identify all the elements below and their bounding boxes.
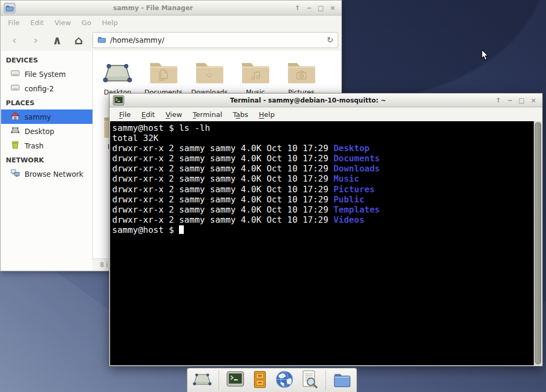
terminal-line: drwxr-xr-x 2 sammy sammy 4.0K Oct 10 17:…: [112, 205, 534, 215]
fm-menu-edit[interactable]: Edit: [25, 17, 49, 28]
terminal-maximize-button[interactable]: □: [518, 96, 526, 105]
terminal-menu-tabs[interactable]: Tabs: [228, 109, 254, 120]
file-manager-toolbar: ‹›∧⌂ /home/sammy/ ↻: [1, 29, 341, 51]
up-button[interactable]: ∧: [46, 32, 68, 48]
terminal-line: drwxr-xr-x 2 sammy sammy 4.0K Oct 10 17:…: [112, 215, 534, 225]
sidebar-item-label: File System: [25, 70, 66, 79]
scrollbar-thumb[interactable]: [535, 122, 541, 364]
trash-icon: [11, 140, 20, 151]
dock-panel: [187, 368, 357, 392]
terminal-text: drwxr-xr-x 2 sammy sammy 4.0K Oct 10 17:…: [112, 184, 333, 194]
sidebar-item-desktop[interactable]: Desktop: [1, 124, 92, 138]
drive-icon: [11, 69, 20, 79]
terminal-directory-name: Public: [333, 194, 364, 205]
terminal-shade-button[interactable]: ↑: [494, 96, 502, 105]
terminal-menu-view[interactable]: View: [160, 109, 188, 120]
sidebar-item-label: Desktop: [25, 127, 54, 136]
file-manager-menubar: FileEditViewGoHelp: [1, 15, 341, 29]
terminal-menu-edit[interactable]: Edit: [136, 109, 160, 120]
dock-launcher-file-manager-icon[interactable]: [332, 371, 352, 390]
dock-separator: [219, 370, 219, 390]
dock-launcher-terminal-icon[interactable]: [225, 371, 245, 390]
terminal-title: Terminal - sammy@debian-10-mosquitto: ~: [125, 97, 491, 104]
file-manager-icon: [332, 370, 352, 391]
sidebar-section-devices: DEVICES: [1, 53, 92, 67]
refresh-icon[interactable]: ↻: [326, 35, 333, 45]
terminal-directory-name: Desktop: [333, 143, 369, 153]
terminal-window-icon: [112, 95, 125, 106]
sidebar-item-label: Browse Network: [25, 170, 83, 178]
terminal-text: drwxr-xr-x 2 sammy sammy 4.0K Oct 10 17:…: [112, 205, 333, 215]
terminal-text: drwxr-xr-x 2 sammy sammy 4.0K Oct 10 17:…: [112, 194, 333, 205]
sidebar-section-places: PLACES: [1, 96, 92, 109]
sidebar-item-config-2[interactable]: config-2: [1, 81, 92, 96]
file-cabinet-icon: [250, 370, 270, 391]
path-input[interactable]: /home/sammy/: [110, 36, 323, 44]
status-text: 8 i: [100, 261, 108, 269]
dock-launcher-app-finder-icon[interactable]: [299, 371, 319, 390]
file-manager-title: sammy - File Manager: [16, 4, 290, 12]
forward-button[interactable]: ›: [25, 32, 46, 48]
terminal-window: Terminal - sammy@debian-10-mosquitto: ~ …: [109, 93, 543, 366]
terminal-line: sammy@host $: [112, 225, 534, 235]
terminal-directory-name: Templates: [333, 205, 380, 215]
folder-documents-icon: [148, 60, 179, 86]
terminal-text: sammy@host $ ls -lh: [112, 123, 210, 133]
drive-icon: [11, 83, 20, 93]
terminal-text: drwxr-xr-x 2 sammy sammy 4.0K Oct 10 17:…: [112, 215, 333, 225]
terminal-scrollbar[interactable]: [534, 121, 542, 365]
fm-menu-file[interactable]: File: [3, 17, 25, 28]
terminal-directory-name: Downloads: [333, 163, 380, 174]
terminal-menu-help[interactable]: Help: [254, 109, 280, 120]
file-manager-shade-button[interactable]: ↑: [293, 4, 301, 12]
dock-launcher-show-desktop-icon[interactable]: [192, 371, 212, 390]
file-manager-sidebar: DEVICESFile Systemconfig-2PLACESsammyDes…: [1, 51, 93, 270]
terminal-line: sammy@host $ ls -lh: [112, 123, 534, 133]
terminal-menubar: FileEditViewTerminalTabsHelp: [110, 107, 542, 122]
terminal-line: total 32K: [112, 133, 534, 143]
fm-menu-view[interactable]: View: [49, 17, 76, 28]
terminal-titlebar[interactable]: Terminal - sammy@debian-10-mosquitto: ~ …: [110, 93, 542, 107]
fm-menu-help[interactable]: Help: [97, 17, 123, 28]
terminal-text: sammy@host $: [112, 225, 179, 235]
sidebar-item-file-system[interactable]: File System: [1, 67, 92, 81]
terminal-directory-name: Documents: [333, 153, 380, 163]
file-manager-window-icon: [3, 2, 16, 14]
terminal-text: total 32K: [112, 133, 159, 143]
sidebar-item-label: sammy: [25, 113, 51, 121]
file-manager-maximize-button[interactable]: □: [317, 4, 325, 12]
folder-downloads-icon: [194, 60, 225, 86]
terminal-line: drwxr-xr-x 2 sammy sammy 4.0K Oct 10 17:…: [112, 143, 534, 153]
sidebar-item-label: config-2: [25, 84, 54, 93]
network-icon: [11, 169, 20, 179]
folder-music-icon: [240, 60, 271, 86]
fm-menu-go[interactable]: Go: [76, 17, 97, 28]
terminal-icon: [225, 370, 245, 391]
back-button[interactable]: ‹: [4, 32, 25, 48]
dock-launcher-file-cabinet-icon[interactable]: [250, 371, 270, 390]
desktop-large-icon: [102, 60, 133, 86]
sidebar-item-label: Trash: [25, 142, 44, 150]
home-button[interactable]: ⌂: [68, 32, 89, 48]
terminal-text: drwxr-xr-x 2 sammy sammy 4.0K Oct 10 17:…: [112, 163, 333, 174]
terminal-line: drwxr-xr-x 2 sammy sammy 4.0K Oct 10 17:…: [112, 184, 534, 194]
desktop: sammy - File Manager ↑−□× FileEditViewGo…: [0, 0, 546, 392]
terminal-menu-terminal[interactable]: Terminal: [188, 109, 228, 120]
sidebar-item-browse-network[interactable]: Browse Network: [1, 167, 92, 181]
app-finder-icon: [299, 370, 319, 391]
folder-pictures-icon: [286, 60, 317, 86]
terminal-menu-file[interactable]: File: [114, 109, 136, 120]
sidebar-section-network: NETWORK: [1, 153, 92, 167]
sidebar-item-sammy[interactable]: sammy: [1, 109, 92, 124]
terminal-minimize-button[interactable]: −: [506, 96, 514, 105]
file-manager-minimize-button[interactable]: −: [305, 4, 313, 12]
terminal-line: drwxr-xr-x 2 sammy sammy 4.0K Oct 10 17:…: [112, 153, 534, 163]
terminal-directory-name: Videos: [333, 215, 364, 225]
dock-launcher-web-browser-icon[interactable]: [275, 371, 294, 390]
sidebar-item-trash[interactable]: Trash: [1, 138, 92, 153]
file-manager-titlebar[interactable]: sammy - File Manager ↑−□×: [1, 1, 341, 15]
file-manager-close-button[interactable]: ×: [329, 4, 337, 12]
path-bar[interactable]: /home/sammy/ ↻: [92, 32, 338, 48]
terminal-screen[interactable]: sammy@host $ ls -lhtotal 32Kdrwxr-xr-x 2…: [110, 121, 534, 365]
terminal-close-button[interactable]: ×: [529, 96, 537, 105]
